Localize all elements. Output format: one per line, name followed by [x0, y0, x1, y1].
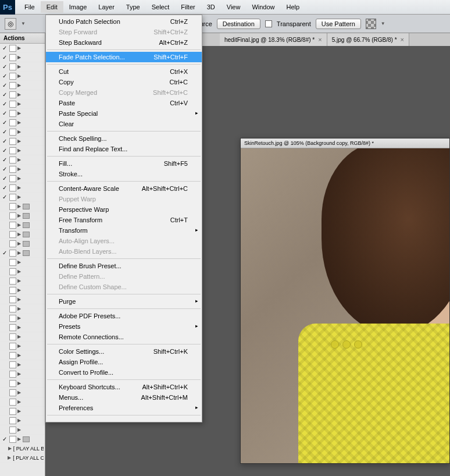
menubar-item-type[interactable]: Type [120, 1, 146, 13]
pattern-swatch[interactable] [366, 19, 376, 29]
expand-arrow-icon[interactable]: ▶ [16, 166, 22, 172]
action-row[interactable]: ▶ [0, 314, 45, 323]
close-icon[interactable]: × [401, 36, 404, 43]
expand-arrow-icon[interactable]: ▶ [16, 287, 22, 293]
expand-arrow-icon[interactable]: ▶ [16, 232, 22, 237]
action-box[interactable] [9, 268, 16, 275]
expand-arrow-icon[interactable]: ▶ [16, 185, 22, 190]
action-row[interactable]: ✓▶ [0, 53, 45, 62]
action-row[interactable]: ▶ [0, 397, 45, 407]
check-icon[interactable]: ✓ [1, 119, 8, 126]
action-box[interactable] [9, 101, 16, 108]
action-box[interactable] [9, 194, 16, 201]
action-box[interactable] [9, 343, 16, 350]
document-titlebar[interactable]: SkinRetouch.jpg @ 105% (Background copy,… [241, 138, 449, 148]
menu-item-copy[interactable]: CopyCtrl+C [46, 77, 202, 87]
menu-item-assign-profile[interactable]: Assign Profile... [46, 357, 202, 367]
expand-arrow-icon[interactable]: ▶ [16, 371, 22, 376]
menu-item-preferences[interactable]: Preferences [46, 403, 202, 413]
action-box[interactable] [9, 315, 16, 322]
menu-item-keyboard-shortcuts[interactable]: Keyboard Shortcuts...Alt+Shift+Ctrl+K [46, 382, 202, 392]
action-row[interactable]: ▶ [0, 304, 45, 314]
check-icon[interactable]: ✓ [1, 194, 8, 200]
action-box[interactable] [9, 324, 16, 331]
expand-arrow-icon[interactable]: ▶ [16, 436, 22, 442]
action-box[interactable] [9, 436, 16, 443]
menu-item-paste-special[interactable]: Paste Special [46, 108, 202, 119]
action-box[interactable] [9, 203, 16, 210]
expand-arrow-icon[interactable]: ▶ [16, 55, 22, 60]
action-row[interactable]: ▶ [0, 407, 45, 416]
action-row[interactable]: ✓▶ [0, 90, 45, 100]
action-box[interactable] [9, 306, 16, 312]
menubar-item-layer[interactable]: Layer [92, 1, 120, 13]
expand-arrow-icon[interactable]: ▶ [16, 306, 22, 311]
menubar-item-3d[interactable]: 3D [201, 1, 221, 13]
expand-arrow-icon[interactable]: ▶ [16, 148, 22, 153]
action-row[interactable]: ▶[ PLAY ALL B&W ACTIONS ] [0, 444, 45, 453]
check-icon[interactable]: ✓ [1, 82, 8, 88]
menu-item-step-backward[interactable]: Step BackwardAlt+Ctrl+Z [46, 37, 202, 48]
action-box[interactable] [9, 138, 16, 145]
expand-arrow-icon[interactable]: ▶ [16, 260, 22, 265]
transparent-checkbox[interactable] [265, 20, 272, 27]
menu-item-perspective-warp[interactable]: Perspective Warp [46, 204, 202, 215]
expand-arrow-icon[interactable]: ▶ [16, 129, 22, 134]
action-row[interactable]: ▶[ PLAY ALL COLOR ACTION... [0, 453, 45, 463]
expand-arrow-icon[interactable]: ▶ [16, 353, 22, 358]
expand-arrow-icon[interactable]: ▶ [16, 157, 22, 162]
action-row[interactable]: ✓▶ [0, 165, 45, 174]
menu-item-purge[interactable]: Purge [46, 296, 202, 307]
action-box[interactable] [9, 91, 16, 98]
patch-tool-icon[interactable]: ◎ [5, 18, 16, 30]
check-icon[interactable]: ✓ [1, 250, 8, 256]
expand-arrow-icon[interactable]: ▶ [16, 194, 22, 200]
menu-item-free-transform[interactable]: Free TransformCtrl+T [46, 215, 202, 225]
action-box[interactable] [9, 278, 16, 285]
check-icon[interactable]: ✓ [1, 73, 8, 79]
check-icon[interactable]: ✓ [1, 129, 8, 135]
action-box[interactable] [9, 129, 16, 136]
document-tab[interactable]: heditFinal.jpg @ 18.3% (RGB/8#) * × [220, 33, 327, 46]
expand-arrow-icon[interactable]: ▶ [16, 278, 22, 283]
menubar-item-help[interactable]: Help [281, 1, 306, 13]
action-row[interactable]: ✓▶ [0, 183, 45, 193]
action-box[interactable] [9, 222, 16, 229]
destination-button[interactable]: Destination [217, 19, 260, 29]
check-icon[interactable]: ✓ [1, 91, 8, 98]
action-row[interactable]: ▶ [0, 370, 45, 379]
check-icon[interactable]: ✓ [1, 101, 8, 107]
check-icon[interactable]: ✓ [1, 110, 8, 116]
expand-arrow-icon[interactable]: ▶ [16, 64, 22, 69]
check-icon[interactable]: ✓ [1, 184, 8, 191]
expand-arrow-icon[interactable]: ▶ [16, 399, 22, 404]
expand-arrow-icon[interactable]: ▶ [16, 83, 22, 88]
action-row[interactable]: ▶ [0, 425, 45, 435]
action-box[interactable] [9, 361, 16, 368]
expand-arrow-icon[interactable]: ▶ [16, 45, 22, 51]
action-box[interactable] [9, 259, 16, 266]
menu-item-undo-patch-selection[interactable]: Undo Patch SelectionCtrl+Z [46, 16, 202, 27]
menu-item-convert-to-profile[interactable]: Convert to Profile... [46, 367, 202, 378]
check-icon[interactable]: ✓ [1, 45, 8, 51]
menu-item-clear[interactable]: Clear [46, 119, 202, 129]
action-row[interactable]: ▶ [0, 211, 45, 221]
menu-item-fade-patch-selection[interactable]: Fade Patch Selection...Shift+Ctrl+F [46, 52, 202, 62]
action-row[interactable]: ✓▶ [0, 81, 45, 90]
action-row[interactable]: ✓▶ [0, 44, 45, 53]
action-box[interactable] [9, 250, 16, 257]
expand-arrow-icon[interactable]: ▶ [16, 343, 22, 349]
check-icon[interactable]: ✓ [1, 157, 8, 163]
expand-arrow-icon[interactable]: ▶ [16, 73, 22, 79]
chevron-down-icon[interactable]: ▼ [21, 21, 26, 26]
action-row[interactable]: ▶ [0, 342, 45, 351]
action-row[interactable]: ▶ [0, 388, 45, 397]
document-tab[interactable]: 5.jpg @ 66.7% (RGB/8) * × [327, 33, 409, 46]
document-window[interactable]: SkinRetouch.jpg @ 105% (Background copy,… [240, 138, 450, 464]
menu-item-paste[interactable]: PasteCtrl+V [46, 98, 202, 108]
expand-arrow-icon[interactable]: ▶ [16, 213, 22, 218]
action-row[interactable]: ✓▶ [0, 146, 45, 155]
action-box[interactable] [9, 417, 16, 424]
expand-arrow-icon[interactable]: ▶ [16, 222, 22, 228]
action-row[interactable]: ▶ [0, 416, 45, 425]
